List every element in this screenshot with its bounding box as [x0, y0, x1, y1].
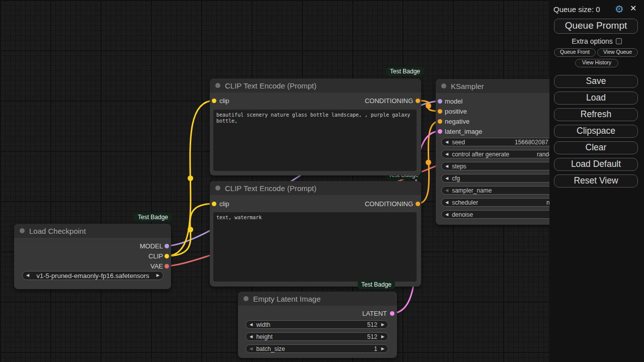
clip-input-label: clip — [219, 97, 229, 105]
prompt-textarea[interactable]: beautiful scenery nature glass bottle la… — [213, 110, 417, 171]
view-queue-button[interactable]: View Queue — [597, 48, 638, 57]
decrement-arrow-icon[interactable]: ◀ — [445, 140, 448, 144]
widget-label: steps — [452, 163, 466, 170]
node-badge: Test Badge — [134, 213, 172, 222]
extra-options-label: Extra options — [572, 37, 613, 45]
save-button[interactable]: Save — [554, 75, 638, 88]
widget-value: 512 — [367, 333, 377, 340]
widget-label: width — [256, 321, 270, 328]
node-title: Empty Latent Image — [253, 295, 320, 303]
conditioning-output-label: CONDITIONING — [365, 97, 413, 105]
menu-panel: Queue size: 0 ⚙ ✕ Queue Prompt Extra opt… — [549, 0, 644, 362]
node-clip-text-encode-negative[interactable]: CLIP Text Encode (Prompt) clip CONDITION… — [210, 181, 421, 287]
latent-image-input-label: latent_image — [445, 128, 482, 135]
node-title-bar: Load Checkpoint — [14, 224, 171, 238]
node-status-dot — [20, 228, 25, 233]
widget-label: height — [256, 333, 273, 340]
view-history-button[interactable]: View History — [575, 59, 618, 67]
node-title: CLIP Text Encode (Prompt) — [225, 81, 316, 90]
widget-value: 512 — [367, 321, 377, 328]
node-status-dot — [215, 83, 220, 88]
node-empty-latent-image[interactable]: Empty Latent Image LATENT ◀ width 512 ▶ … — [238, 292, 397, 358]
next-value-arrow-icon[interactable]: ▶ — [156, 274, 159, 278]
widget-label: sampler_name — [452, 187, 492, 194]
decrement-arrow-icon[interactable]: ◀ — [445, 152, 448, 156]
conditioning-output-dot[interactable] — [416, 99, 420, 103]
load-default-button[interactable]: Load Default — [554, 158, 638, 171]
node-load-checkpoint[interactable]: Load Checkpoint MODEL CLIP VAE ◀ v1-5-pr… — [14, 224, 171, 289]
conditioning-output-label: CONDITIONING — [365, 200, 413, 208]
reset-view-button[interactable]: Reset View — [554, 174, 638, 188]
conditioning-output-dot[interactable] — [416, 202, 420, 206]
widget-value: 1 — [374, 345, 377, 352]
queue-prompt-button[interactable]: Queue Prompt — [554, 19, 638, 34]
model-output-label: MODEL — [140, 242, 163, 250]
prompt-textarea[interactable]: text, watermark — [213, 212, 417, 282]
clip-output-label: CLIP — [148, 252, 163, 260]
node-badge: Test Badge — [386, 67, 424, 76]
vae-output-label: VAE — [150, 262, 163, 270]
decrement-arrow-icon[interactable]: ◀ — [445, 164, 448, 168]
node-status-dot — [244, 296, 249, 301]
widget-label: seed — [452, 139, 465, 146]
node-title-bar: CLIP Text Encode (Prompt) — [210, 78, 421, 93]
positive-input-dot[interactable] — [438, 109, 442, 114]
refresh-button[interactable]: Refresh — [554, 108, 638, 121]
node-clip-text-encode-positive[interactable]: CLIP Text Encode (Prompt) clip CONDITION… — [210, 78, 421, 175]
decrement-arrow-icon[interactable]: ◀ — [250, 335, 253, 339]
widget-label: batch_size — [256, 345, 285, 352]
node-title: Load Checkpoint — [29, 227, 86, 235]
height-widget[interactable]: ◀ height 512 ▶ — [246, 332, 388, 341]
increment-arrow-icon[interactable]: ▶ — [381, 323, 384, 327]
clip-input-dot[interactable] — [212, 202, 216, 206]
increment-arrow-icon[interactable]: ▶ — [381, 347, 384, 351]
node-status-dot — [215, 186, 220, 191]
model-input-label: model — [445, 98, 462, 105]
node-title: CLIP Text Encode (Prompt) — [225, 184, 316, 193]
queue-size-label: Queue size: 0 — [553, 5, 600, 14]
widget-label: cfg — [452, 175, 460, 182]
model-output-dot[interactable] — [165, 244, 169, 248]
node-status-dot — [441, 83, 446, 88]
ckpt-name-widget[interactable]: ◀ v1-5-pruned-emaonly-fp16.safetensors ▶ — [22, 271, 164, 280]
widget-label: scheduler — [452, 199, 478, 206]
negative-input-label: negative — [445, 118, 469, 125]
latent-output-dot[interactable] — [390, 311, 394, 316]
close-icon[interactable]: ✕ — [630, 4, 636, 13]
node-badge: Test Badge — [358, 280, 395, 289]
increment-arrow-icon[interactable]: ▶ — [381, 335, 384, 339]
latent-output-label: LATENT — [362, 310, 387, 317]
clear-button[interactable]: Clear — [554, 141, 638, 154]
settings-gear-icon[interactable]: ⚙ — [615, 3, 624, 15]
decrement-arrow-icon[interactable]: ◀ — [445, 189, 448, 193]
clip-output-dot[interactable] — [165, 254, 169, 258]
width-widget[interactable]: ◀ width 512 ▶ — [246, 320, 388, 329]
widget-label: control after generate — [452, 151, 509, 158]
extra-options-checkbox[interactable] — [616, 38, 622, 44]
decrement-arrow-icon[interactable]: ◀ — [250, 323, 253, 327]
clip-input-label: clip — [219, 200, 229, 208]
positive-input-label: positive — [445, 108, 467, 115]
latent-image-input-dot[interactable] — [438, 129, 442, 134]
widget-label: denoise — [452, 211, 473, 218]
negative-input-dot[interactable] — [438, 119, 442, 124]
widget-value: 1566802087 — [515, 139, 548, 146]
model-input-dot[interactable] — [438, 99, 442, 104]
decrement-arrow-icon[interactable]: ◀ — [445, 213, 448, 217]
decrement-arrow-icon[interactable]: ◀ — [445, 176, 448, 180]
queue-front-button[interactable]: Queue Front — [554, 48, 596, 57]
node-title-bar: CLIP Text Encode (Prompt) — [210, 181, 421, 195]
batch-size-widget[interactable]: ◀ batch_size 1 ▶ — [246, 344, 388, 353]
vae-output-dot[interactable] — [165, 264, 169, 268]
decrement-arrow-icon[interactable]: ◀ — [250, 347, 253, 351]
decrement-arrow-icon[interactable]: ◀ — [445, 201, 448, 205]
load-button[interactable]: Load — [554, 92, 638, 105]
clip-input-dot[interactable] — [212, 99, 216, 103]
clipspace-button[interactable]: Clipspace — [554, 125, 638, 138]
ckpt-name-value: v1-5-pruned-emaonly-fp16.safetensors — [29, 272, 156, 280]
node-title-bar: Empty Latent Image — [238, 292, 397, 306]
node-title: KSampler — [451, 82, 484, 90]
